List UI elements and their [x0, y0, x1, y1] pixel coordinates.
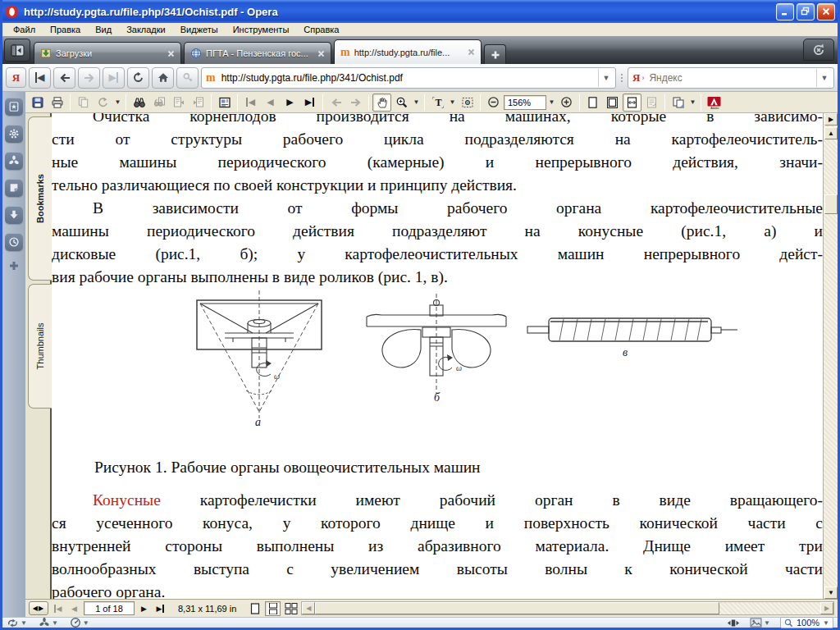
text-select-button[interactable]: T [428, 94, 447, 112]
scroll-down-button[interactable]: ▼ [824, 587, 838, 599]
single-page-layout-button[interactable] [247, 601, 262, 616]
downloads-panel-icon[interactable] [5, 206, 23, 224]
first-page-button[interactable]: ◀ [241, 94, 260, 112]
tab-close-icon[interactable] [167, 50, 175, 57]
status-last-page-button[interactable]: ▶ [153, 601, 167, 615]
undo-dropdown[interactable]: ▼ [113, 94, 122, 112]
print-button[interactable] [48, 94, 66, 112]
pages-menu-button[interactable] [669, 94, 687, 112]
find-button[interactable] [130, 94, 148, 112]
menu-file[interactable]: Файл [6, 24, 43, 35]
fast-forward-button[interactable]: ▶ [103, 67, 125, 89]
save-button[interactable] [28, 94, 47, 112]
scroll-left-button[interactable]: ◀ [302, 602, 315, 614]
hand-tool-button[interactable] [372, 94, 391, 112]
turbo-dropdown[interactable]: ▼ [83, 619, 89, 627]
fit-page-button[interactable] [603, 94, 622, 112]
home-button[interactable] [152, 67, 174, 89]
opera-unite-icon[interactable] [39, 617, 50, 628]
widgets-panel-icon[interactable] [5, 125, 23, 143]
menu-view[interactable]: Вид [88, 24, 119, 35]
minimize-button[interactable] [776, 3, 794, 21]
actual-size-button[interactable] [583, 94, 602, 112]
rewind-button[interactable]: ◀ [29, 67, 51, 89]
menu-widgets[interactable]: Виджеты [173, 24, 226, 35]
snapshot-button[interactable] [458, 94, 477, 112]
copy-button[interactable] [74, 94, 93, 112]
search-input[interactable] [647, 71, 816, 84]
menu-bookmarks[interactable]: Закладки [119, 24, 173, 35]
images-dropdown[interactable]: ▼ [764, 619, 770, 627]
sync-dropdown[interactable]: ▼ [21, 619, 27, 627]
page-zoom-control[interactable]: 100% ▼ [780, 617, 833, 628]
menu-help[interactable]: Справка [296, 24, 346, 35]
back-button[interactable] [53, 67, 75, 89]
address-field[interactable]: m ▼ [201, 67, 616, 89]
tab-downloads[interactable]: Загрузки [34, 42, 181, 64]
zoom-tool-button[interactable] [392, 94, 411, 112]
status-next-page-button[interactable]: ▶ [137, 601, 151, 615]
fit-width-toggle-icon[interactable] [727, 618, 740, 628]
history-panel-icon[interactable] [5, 233, 23, 251]
next-result-button[interactable] [189, 94, 208, 112]
tab-close-icon[interactable] [317, 50, 325, 57]
forward-button[interactable] [78, 67, 100, 89]
search-field[interactable]: Я › ▼ [628, 67, 834, 89]
pane-splitter-button[interactable]: ◀▶ [29, 601, 48, 615]
opera-turbo-icon[interactable] [70, 617, 81, 628]
zoom-out-button[interactable] [484, 94, 503, 112]
menu-edit[interactable]: Правка [43, 24, 88, 35]
tab-pdf-active[interactable]: m http://study.pgta.ru/file... [334, 39, 482, 64]
opera-link-sync-icon[interactable] [7, 618, 19, 628]
thumbnails-tab[interactable]: Thumbnails [28, 284, 52, 409]
pdf-vertical-scrollbar[interactable]: ▶ ▲ ▼ [823, 113, 838, 599]
restore-button[interactable] [797, 3, 815, 21]
scroll-right-button[interactable]: ▶ [820, 602, 833, 614]
yandex-panel-button[interactable]: Я [6, 67, 26, 88]
closed-tabs-button[interactable] [803, 39, 834, 61]
reflow-button[interactable] [642, 94, 661, 112]
wand-button[interactable] [176, 67, 199, 89]
address-dropdown-button[interactable]: ▼ [598, 69, 614, 87]
pane-expand-button[interactable]: ▶ [824, 113, 838, 126]
zoom-level-field[interactable] [504, 95, 546, 110]
bookmarks-panel-icon[interactable] [5, 98, 23, 116]
previous-page-button[interactable]: ◀ [261, 94, 280, 112]
menu-tools[interactable]: Инструменты [226, 24, 297, 35]
picture-tasks-button[interactable] [215, 94, 234, 112]
zoom-in-button[interactable] [557, 94, 576, 112]
unite-dropdown[interactable]: ▼ [52, 619, 58, 627]
undo-button[interactable] [94, 94, 112, 112]
bookmarks-tab[interactable]: Bookmarks [28, 116, 52, 281]
tab-close-icon[interactable] [468, 48, 475, 56]
status-first-page-button[interactable]: ◀ [51, 601, 65, 615]
continuous-layout-button[interactable] [265, 601, 281, 616]
search-dropdown-button[interactable]: ▼ [816, 69, 832, 87]
close-button[interactable] [817, 3, 835, 21]
search-button[interactable] [149, 94, 168, 112]
status-previous-page-button[interactable]: ◀ [67, 601, 81, 615]
next-page-button[interactable]: ▶ [281, 94, 299, 112]
zoom-level-dropdown[interactable]: ▼ [547, 94, 556, 112]
next-view-button[interactable] [346, 94, 365, 112]
pdf-horizontal-scrollbar[interactable]: ◀ ▶ [301, 601, 834, 615]
pages-menu-dropdown[interactable]: ▼ [688, 94, 697, 112]
reload-button[interactable] [127, 67, 149, 89]
scrollbar-thumb[interactable] [824, 194, 838, 214]
previous-result-button[interactable] [169, 94, 188, 112]
last-page-button[interactable]: ▶ [300, 94, 319, 112]
page-zoom-dropdown[interactable]: ▼ [823, 619, 829, 627]
previous-view-button[interactable] [326, 94, 345, 112]
unite-panel-icon[interactable] [5, 152, 23, 170]
text-select-dropdown[interactable]: ▼ [448, 94, 457, 112]
new-tab-button[interactable] [484, 44, 506, 64]
images-toggle-icon[interactable] [750, 618, 762, 628]
notes-panel-icon[interactable] [5, 179, 23, 197]
hscrollbar-thumb[interactable] [315, 602, 719, 614]
tab-pgta-site[interactable]: ПГТА - Пензенская гос... [184, 42, 331, 64]
adobe-button[interactable]: Adobe [705, 94, 724, 112]
panels-toggle-button[interactable] [4, 39, 30, 62]
add-panel-button[interactable] [8, 260, 20, 272]
fit-width-button[interactable] [623, 94, 641, 112]
page-number-field[interactable] [84, 601, 135, 615]
